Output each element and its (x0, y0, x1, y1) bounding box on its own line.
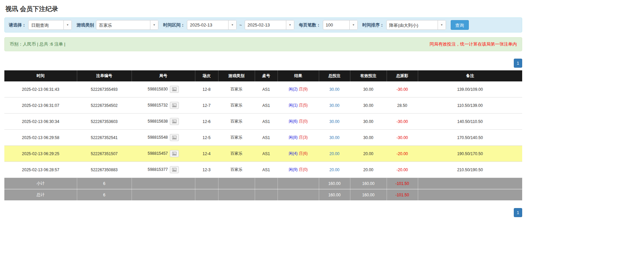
chevron-down-icon[interactable]: ▼ (438, 20, 446, 29)
cell-game-type: 百家乐 (218, 162, 255, 178)
cell-session: 12-5 (195, 130, 218, 146)
cell-total-bet[interactable]: 20.00 (319, 162, 350, 178)
result-player: 闲(6) (289, 119, 298, 124)
query-type-value: 日期查询 (29, 20, 63, 29)
subtotal-count: 6 (77, 178, 132, 189)
cell-valid-bet: 30.00 (350, 114, 387, 130)
cell-game-type: 百家乐 (218, 130, 255, 146)
cell-valid-bet: 20.00 (350, 162, 387, 178)
date-to-select[interactable]: 2025-02-13 ▼ (245, 20, 294, 30)
cell-game-type: 百家乐 (218, 97, 255, 114)
notice-text: 同局有效投注，统一计算在该局第一张注单内 (430, 41, 517, 47)
cell-payout: -20.00 (387, 146, 418, 162)
result-player: 闲(4) (289, 151, 298, 156)
cell-table-no: AS1 (255, 146, 278, 162)
cell-bet-id: 522267355493 (77, 81, 132, 97)
subtotal-row: 小计 6 160.00 160.00 -101.50 (4, 178, 522, 189)
time-range-label: 时间区间： (163, 22, 185, 28)
video-replay-button[interactable] (170, 102, 179, 109)
video-replay-button[interactable] (170, 134, 179, 141)
round-id-text: 598815457 (148, 151, 168, 156)
page-1-button[interactable]: 1 (514, 59, 522, 68)
chevron-down-icon[interactable]: ▼ (63, 20, 71, 29)
cell-table-no: AS1 (255, 162, 278, 178)
game-type-value: 百家乐 (96, 20, 150, 29)
col-header-time: 时间 (4, 70, 77, 81)
col-header-valid-bet: 有效投注 (350, 70, 387, 81)
result-player: 闲(1) (289, 103, 298, 108)
chevron-down-icon[interactable]: ▼ (150, 20, 158, 29)
col-header-game-type: 游戏类别 (218, 70, 255, 81)
page-title: 视讯 会员下注纪录 (4, 0, 522, 17)
result-banker: 庄(0) (299, 167, 308, 172)
page-1-button[interactable]: 1 (514, 208, 522, 217)
cell-result: 闲(9) 庄(0) (278, 162, 319, 178)
result-player: 闲(9) (289, 167, 298, 172)
query-type-select[interactable]: 日期查询 ▼ (28, 20, 72, 30)
cell-bet-id: 522267351507 (77, 146, 132, 162)
cell-session: 12-6 (195, 114, 218, 130)
cell-session: 12-3 (195, 162, 218, 178)
chevron-down-icon[interactable]: ▼ (349, 20, 357, 29)
cell-round-id: 598815457 (132, 146, 195, 162)
currency-total-text: 币别：人民币 | 总共 :6 注单 | (10, 41, 65, 47)
cell-remark: 170.50/140.50 (418, 130, 522, 146)
pagination-top: 1 (4, 59, 522, 68)
sort-select[interactable]: 降幂(由大到小) ▼ (386, 20, 446, 30)
table-row: 2025-02-13 06:28:57 522267350883 5988153… (4, 162, 522, 178)
video-replay-button[interactable] (170, 118, 179, 125)
cell-table-no: AS1 (255, 130, 278, 146)
cell-session: 12-8 (195, 81, 218, 97)
image-icon (172, 136, 177, 139)
page-size-value: 100 (323, 20, 349, 29)
pagination-bottom: 1 (4, 208, 522, 217)
cell-remark: 140.50/110.50 (418, 114, 522, 130)
page-size-select[interactable]: 100 ▼ (323, 20, 358, 30)
image-icon (172, 152, 177, 155)
result-player: 闲(2) (289, 87, 298, 91)
cell-valid-bet: 30.00 (350, 97, 387, 114)
cell-bet-id: 522267353603 (77, 114, 132, 130)
summary-info-bar: 币别：人民币 | 总共 :6 注单 | 同局有效投注，统一计算在该局第一张注单内 (4, 37, 522, 51)
table-header-row: 时间 注单编号 局号 场次 游戏类别 桌号 结果 总投注 有效投注 总派彩 备注 (4, 70, 522, 81)
game-type-select[interactable]: 百家乐 ▼ (96, 20, 158, 30)
result-banker: 庄(0) (299, 119, 308, 124)
cell-total-bet[interactable]: 30.00 (319, 114, 350, 130)
cell-time: 2025-02-13 06:28:57 (4, 162, 77, 178)
video-replay-button[interactable] (170, 150, 179, 157)
round-id-text: 598815638 (148, 119, 168, 124)
chevron-down-icon[interactable]: ▼ (228, 20, 236, 29)
cell-total-bet[interactable]: 30.00 (319, 130, 350, 146)
cell-total-bet[interactable]: 30.00 (319, 97, 350, 114)
col-header-table-no: 桌号 (255, 70, 278, 81)
cell-game-type: 百家乐 (218, 114, 255, 130)
date-from-select[interactable]: 2025-02-13 ▼ (187, 20, 237, 30)
chevron-down-icon[interactable]: ▼ (286, 20, 294, 29)
cell-result: 闲(4) 庄(6) (278, 146, 319, 162)
cell-time: 2025-02-13 06:29:25 (4, 146, 77, 162)
cell-table-no: AS1 (255, 97, 278, 114)
table-row: 2025-02-13 06:29:58 522267352541 5988155… (4, 130, 522, 146)
cell-payout: 28.50 (387, 97, 418, 114)
table-row: 2025-02-13 06:29:25 522267351507 5988154… (4, 146, 522, 162)
cell-remark: 110.50/139.00 (418, 97, 522, 114)
cell-total-bet[interactable]: 30.00 (319, 81, 350, 97)
round-id-text: 598815732 (148, 103, 168, 108)
cell-game-type: 百家乐 (218, 146, 255, 162)
select-label: 请选择： (9, 22, 26, 28)
cell-remark: 139.00/109.00 (418, 81, 522, 97)
cell-bet-id: 522267354502 (77, 97, 132, 114)
cell-result: 闲(6) 庄(0) (278, 114, 319, 130)
cell-total-bet[interactable]: 20.00 (319, 146, 350, 162)
cell-payout: -30.00 (387, 81, 418, 97)
video-replay-button[interactable] (170, 86, 179, 93)
video-replay-button[interactable] (170, 166, 179, 173)
result-banker: 庄(9) (299, 87, 308, 91)
cell-round-id: 598815548 (132, 130, 195, 146)
table-row: 2025-02-13 06:31:43 522267355493 5988158… (4, 81, 522, 97)
cell-game-type: 百家乐 (218, 81, 255, 97)
search-button[interactable]: 查询 (451, 20, 469, 30)
subtotal-label: 小计 (4, 178, 77, 189)
image-icon (172, 120, 177, 123)
cell-payout: -30.00 (387, 114, 418, 130)
